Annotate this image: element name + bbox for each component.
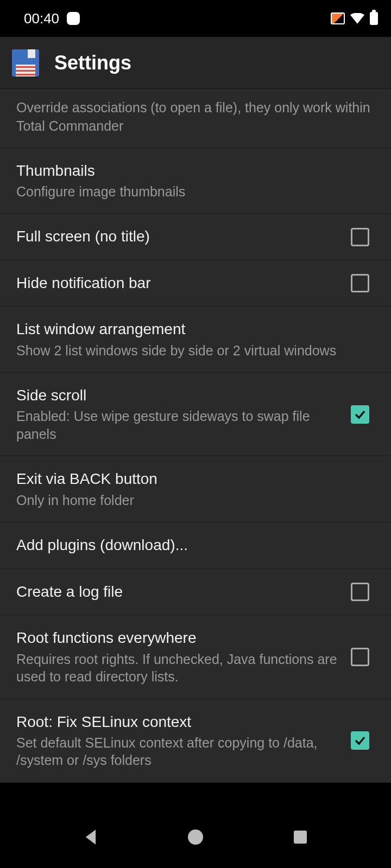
setting-desc: Configure image thumbnails [16, 183, 375, 201]
setting-item-root-selinux[interactable]: Root: Fix SELinux context Set default SE… [0, 699, 391, 783]
setting-title: List window arrangement [16, 320, 375, 339]
status-clock: 00:40 [24, 10, 59, 27]
setting-title: Thumbnails [16, 161, 375, 181]
setting-item-log-file[interactable]: Create a log file [0, 569, 391, 615]
setting-title: Side scroll [16, 386, 338, 405]
app-header: Settings [0, 37, 391, 89]
nav-home-button[interactable] [185, 826, 206, 848]
setting-desc: Enabled: Use wipe gesture sideways to sw… [16, 407, 338, 443]
setting-item-add-plugins[interactable]: Add plugins (download)... [0, 522, 391, 569]
checkbox-hide-notification[interactable] [351, 274, 369, 292]
checkbox-log-file[interactable] [351, 583, 369, 601]
page-title: Settings [54, 52, 131, 74]
setting-title: Create a log file [16, 582, 338, 602]
setting-title: Add plugins (download)... [16, 535, 375, 555]
wifi-icon [350, 13, 364, 24]
setting-item-associations[interactable]: Override associations (to open a file), … [0, 89, 391, 148]
setting-desc: Set default SELinux context after copyin… [16, 734, 338, 769]
setting-item-fullscreen[interactable]: Full screen (no title) [0, 214, 391, 260]
setting-item-list-window[interactable]: List window arrangement Show 2 list wind… [0, 307, 391, 373]
status-bar: 00:40 [0, 0, 391, 37]
cast-icon [331, 12, 345, 24]
setting-item-side-scroll[interactable]: Side scroll Enabled: Use wipe gesture si… [0, 373, 391, 456]
nav-recent-button[interactable] [289, 826, 311, 848]
svg-point-0 [188, 829, 203, 845]
checkbox-root-selinux[interactable] [351, 731, 369, 750]
setting-desc: Override associations (to open a file), … [16, 99, 375, 136]
app-floppy-icon [12, 49, 39, 76]
setting-title: Root: Fix SELinux context [16, 712, 338, 732]
setting-item-exit-back[interactable]: Exit via BACK button Only in home folder [0, 456, 391, 522]
checkbox-root-everywhere[interactable] [351, 648, 369, 666]
notification-indicator-icon [67, 12, 80, 25]
setting-desc: Show 2 list windows side by side or 2 vi… [16, 342, 375, 360]
setting-desc: Only in home folder [16, 492, 375, 509]
svg-rect-1 [294, 831, 307, 844]
setting-item-root-everywhere[interactable]: Root functions everywhere Requires root … [0, 615, 391, 699]
nav-back-button[interactable] [80, 826, 102, 848]
settings-list: Override associations (to open a file), … [0, 89, 391, 783]
checkbox-side-scroll[interactable] [351, 405, 369, 424]
setting-title: Root functions everywhere [16, 628, 338, 648]
checkbox-fullscreen[interactable] [351, 228, 369, 246]
navigation-bar [0, 806, 391, 868]
battery-icon [370, 12, 378, 25]
setting-item-thumbnails[interactable]: Thumbnails Configure image thumbnails [0, 148, 391, 214]
setting-title: Hide notification bar [16, 273, 338, 293]
setting-item-hide-notification[interactable]: Hide notification bar [0, 260, 391, 307]
setting-desc: Requires root rights. If unchecked, Java… [16, 650, 338, 686]
setting-title: Exit via BACK button [16, 469, 375, 489]
setting-title: Full screen (no title) [16, 227, 338, 246]
